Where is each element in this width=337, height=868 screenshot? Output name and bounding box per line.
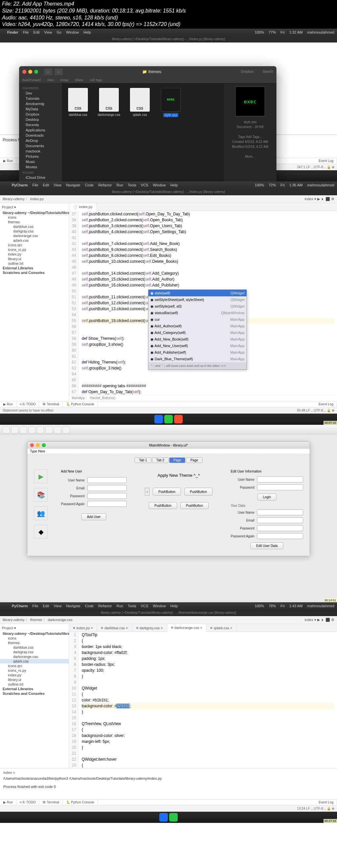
tree-item[interactable]: qdark.css	[0, 659, 69, 663]
footer-run[interactable]: ▶ Run	[0, 158, 16, 164]
mac-window-tab[interactable]: library-udemy [~/Desktop/Tutorials/libra…	[0, 189, 337, 195]
user[interactable]: mahmoudahmed	[307, 604, 334, 608]
sidebar-item[interactable]: Pictures	[19, 154, 62, 159]
sidebar-item[interactable]: Dropbox	[19, 112, 62, 117]
active-app[interactable]: PyCharm	[12, 183, 28, 187]
sidebar-item[interactable]: AirDrop	[19, 138, 62, 143]
finder-titlebar[interactable]: ‹ › 📁 themes Dropbox Search	[19, 66, 276, 78]
autocomplete-item[interactable]: ◉ setStyle(self, a0)QWidget	[148, 303, 246, 310]
menu-edit[interactable]: Edit	[33, 30, 39, 34]
autocomplete-item[interactable]: ◉ Add_Category(self)MainApp	[148, 329, 246, 336]
menu-view[interactable]: View	[54, 604, 62, 608]
qt-tab[interactable]: Page	[169, 457, 185, 463]
editor-tab[interactable]: index.py ×	[69, 624, 97, 631]
autocomplete-item[interactable]: ◉ style(self)QWidget	[148, 290, 246, 297]
tree-item[interactable]: index.py	[0, 252, 69, 256]
sb-icloud-drive[interactable]: iCloud Drive	[19, 175, 62, 180]
editor-tab[interactable]: 📄 index.py	[69, 203, 97, 211]
run-panel[interactable]: index × /Users/macbook/anaconda3/bin/pyt…	[0, 768, 337, 799]
dropbox-label[interactable]: Dropbox	[241, 70, 254, 73]
settings-icon[interactable]: ◆	[34, 525, 48, 539]
user[interactable]: mahmoudahmed	[307, 30, 334, 34]
calendar-icon[interactable]: ▶	[34, 470, 48, 484]
input-password[interactable]	[257, 485, 303, 490]
meta-tags[interactable]: Tags Add Tags...	[232, 134, 269, 139]
code-editor[interactable]: 3738394041424344454647484950515253545556…	[69, 211, 337, 395]
input-password-again[interactable]	[87, 501, 127, 507]
tree-item[interactable]: library.ui	[0, 256, 69, 261]
menu-navigate[interactable]: Navigate	[66, 183, 80, 187]
tree-item[interactable]: darkorange.css	[0, 654, 69, 659]
code-lines[interactable]: QToolTip{ border: 1px solid black; backg…	[79, 632, 337, 768]
autocomplete-item[interactable]: ◉ statusBar(self)QMainWindow	[148, 310, 246, 316]
input-password[interactable]	[257, 525, 303, 531]
tree-item[interactable]: Scratches and Consoles	[0, 691, 69, 696]
mac-window-tab[interactable]: library-udemy [~/Desktop/Tutorials/libra…	[0, 36, 337, 42]
dock-icon[interactable]	[154, 415, 163, 424]
file-item[interactable]: CSSdarkorange.css	[97, 88, 121, 117]
sidebar-item[interactable]: Movies	[19, 164, 62, 169]
mac-dock[interactable]	[0, 413, 337, 425]
books-icon[interactable]: 📚	[34, 488, 48, 502]
qt-tab[interactable]: Page	[186, 457, 202, 463]
minimize-icon[interactable]	[28, 70, 32, 74]
menu-refactor[interactable]: Refactor	[98, 604, 112, 608]
tree-item[interactable]: Scratches and Consoles	[0, 270, 69, 275]
user[interactable]: mahmoudahmed	[307, 183, 334, 187]
input-email[interactable]	[257, 517, 303, 523]
more-button[interactable]: More...	[232, 154, 269, 159]
menu-refactor[interactable]: Refactor	[98, 183, 112, 187]
menu-tools[interactable]: Tools	[128, 183, 136, 187]
window-controls[interactable]	[22, 70, 38, 74]
mac-dock[interactable]	[0, 812, 337, 823]
tb-btn[interactable]	[45, 426, 53, 433]
tb-btn[interactable]	[20, 426, 27, 433]
tree-item[interactable]: icons_rc.py	[0, 668, 69, 673]
footer-todo[interactable]: ≡ 6: TODO	[16, 800, 39, 805]
dock-icon[interactable]	[159, 813, 168, 822]
menu-view[interactable]: View	[44, 30, 52, 34]
forward-button[interactable]: ›	[55, 68, 63, 75]
finder-window[interactable]: ‹ › 📁 themes Dropbox Search Back/Forward…	[19, 66, 276, 198]
tree-item[interactable]: library.ui	[0, 677, 69, 682]
close-icon[interactable]	[22, 70, 26, 74]
tree-item[interactable]: External Libraries	[0, 687, 69, 691]
tree-item[interactable]: index.py	[0, 673, 69, 677]
autocomplete-item[interactable]: ◉ Add_New_User(self)MainApp	[148, 342, 246, 349]
menu-help[interactable]: Help	[83, 30, 91, 34]
tree-item[interactable]: outline.txt	[0, 261, 69, 266]
tb-btn[interactable]	[37, 426, 44, 433]
sidebar-item[interactable]: Documents	[19, 143, 62, 149]
input-password-again[interactable]	[257, 533, 303, 539]
menu-tools[interactable]: Tools	[128, 604, 136, 608]
menu-help[interactable]: Help	[170, 183, 178, 187]
tree-item[interactable]: darkblue.css	[0, 224, 69, 229]
file-item[interactable]: CSSdarkblue.css	[66, 88, 90, 117]
file-item[interactable]: execstyle.qss	[159, 88, 182, 117]
tree-item[interactable]: icons.qrc	[0, 243, 69, 247]
tree-header[interactable]: Project ▾	[0, 625, 69, 631]
users-icon[interactable]: 👥	[34, 506, 48, 520]
menu-window[interactable]: Window	[153, 183, 166, 187]
editor-tab[interactable]: darkblue.css ×	[97, 624, 132, 631]
breadcrumb-path[interactable]: library-udemy 〉 index.py	[3, 196, 44, 202]
menu-run[interactable]: Run	[116, 604, 123, 608]
autocomplete-item[interactable]: ◉ setStyleSheet(self, styleSheet)QWidget	[148, 297, 246, 303]
nav-breadcrumb[interactable]: MainApp 〉 Handel_Buttons()	[69, 395, 337, 401]
active-app[interactable]: Finder	[7, 30, 19, 34]
back-button[interactable]: ‹	[44, 68, 52, 75]
sidebar-item[interactable]: Tutorials	[19, 96, 62, 101]
active-app[interactable]: PyCharm	[12, 604, 28, 608]
input-username[interactable]	[87, 477, 127, 483]
autocomplete-item[interactable]: ◉ Add_New_Book(self)MainApp	[148, 336, 246, 342]
event-log[interactable]: Event Log	[315, 401, 337, 407]
editor-tab[interactable]: darkorange.css ×	[167, 624, 207, 632]
sidebar-item[interactable]: MyData	[19, 106, 62, 112]
theme-pushbutton[interactable]: PushButton	[184, 488, 212, 496]
autocomplete-popup[interactable]: ◉ style(self)QWidget◉ setStyleSheet(self…	[148, 289, 247, 370]
dock-icon[interactable]	[169, 813, 178, 822]
sidebar-item[interactable]: macbook	[19, 149, 62, 154]
footer-terminal[interactable]: ⌘ Terminal	[39, 401, 63, 407]
close-icon[interactable]	[30, 443, 34, 447]
menu-file[interactable]: File	[23, 30, 29, 34]
